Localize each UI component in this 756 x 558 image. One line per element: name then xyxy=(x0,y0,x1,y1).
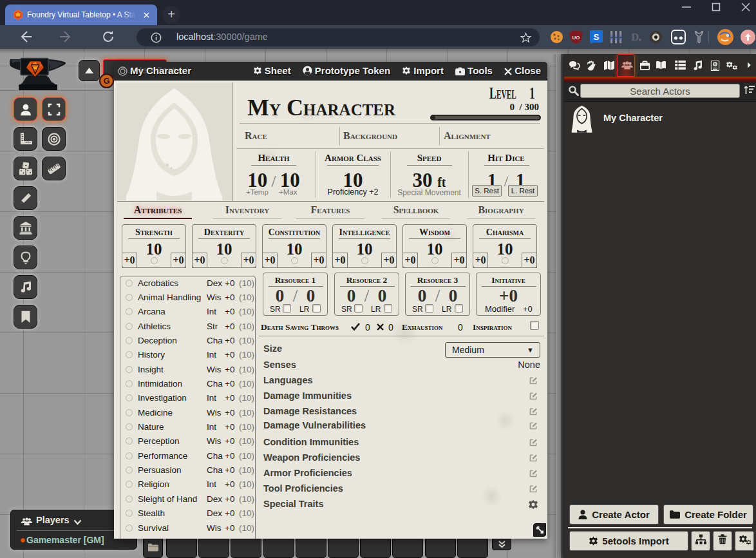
svg-text:S: S xyxy=(594,32,600,42)
svg-text:UO: UO xyxy=(572,35,580,41)
svg-text:D: D xyxy=(631,31,639,43)
